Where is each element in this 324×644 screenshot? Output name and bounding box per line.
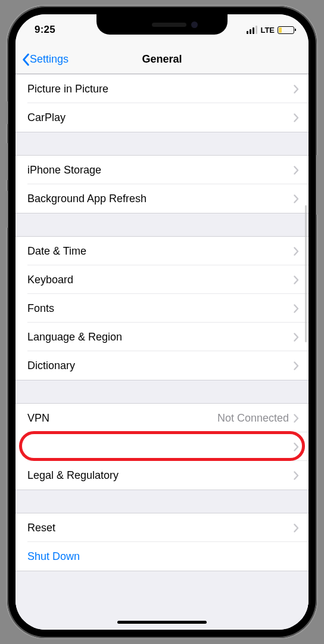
home-indicator[interactable] [117, 621, 207, 624]
settings-row[interactable]: Language & Region [15, 323, 309, 351]
settings-group: Picture in PictureCarPlay [15, 74, 309, 132]
row-label: Fonts [27, 302, 294, 315]
chevron-right-icon [294, 361, 299, 370]
row-label: CarPlay [27, 112, 294, 124]
section-separator [15, 213, 309, 236]
status-time: 9:25 [35, 24, 55, 36]
speaker-icon [152, 23, 186, 27]
cell-signal-icon [247, 26, 258, 34]
settings-row[interactable]: Dictionary [15, 351, 309, 380]
row-label: Keyboard [27, 274, 294, 286]
settings-row[interactable]: Reset [15, 513, 309, 542]
row-label: Picture in Picture [27, 83, 294, 95]
chevron-right-icon [294, 524, 299, 532]
settings-row[interactable]: Fonts [15, 294, 309, 323]
settings-row[interactable]: iPhone Storage [15, 156, 309, 184]
row-label: Date & Time [27, 245, 294, 258]
nav-bar: Settings General [15, 45, 309, 74]
status-icons: LTE [247, 26, 294, 35]
row-label: Shut Down [27, 550, 299, 563]
chevron-right-icon [294, 247, 299, 256]
back-button[interactable]: Settings [15, 53, 72, 66]
settings-row[interactable] [15, 432, 309, 461]
section-separator [15, 132, 309, 155]
silent-switch [5, 101, 8, 124]
settings-row[interactable]: Date & Time [15, 237, 309, 265]
settings-row[interactable]: Picture in Picture [15, 75, 309, 103]
volume-up-button [5, 143, 8, 180]
row-label: Dictionary [27, 360, 294, 372]
network-type: LTE [260, 26, 275, 35]
chevron-right-icon [294, 471, 299, 480]
power-button [316, 155, 319, 215]
chevron-left-icon [21, 53, 30, 66]
bottom-spacer [15, 571, 309, 619]
chevron-right-icon [294, 166, 299, 175]
settings-row[interactable]: Keyboard [15, 265, 309, 294]
section-separator [15, 490, 309, 513]
section-separator [15, 380, 309, 403]
battery-icon [278, 26, 294, 34]
camera-icon [191, 21, 198, 28]
settings-row[interactable]: Shut Down [15, 542, 309, 571]
chevron-right-icon [294, 85, 299, 94]
back-label: Settings [30, 53, 68, 66]
notch [96, 14, 228, 35]
settings-row[interactable]: Background App Refresh [15, 184, 309, 213]
row-label: VPN [27, 412, 217, 425]
chevron-right-icon [294, 304, 299, 313]
scrollbar-thumb[interactable] [305, 205, 307, 342]
volume-down-button [5, 191, 8, 228]
row-label: iPhone Storage [27, 164, 294, 177]
chevron-right-icon [294, 442, 299, 451]
row-label: Legal & Regulatory [27, 469, 294, 482]
chevron-right-icon [294, 414, 299, 423]
settings-group: iPhone StorageBackground App Refresh [15, 155, 309, 213]
row-label: Language & Region [27, 331, 294, 343]
settings-group: ResetShut Down [15, 513, 309, 571]
row-detail: Not Connected [217, 412, 294, 425]
row-label: Reset [27, 522, 294, 534]
chevron-right-icon [294, 194, 299, 203]
settings-group: Date & TimeKeyboardFontsLanguage & Regio… [15, 236, 309, 380]
row-label: Background App Refresh [27, 193, 294, 205]
settings-row[interactable]: CarPlay [15, 103, 309, 132]
content-area[interactable]: Picture in PictureCarPlayiPhone StorageB… [15, 74, 309, 630]
chevron-right-icon [294, 113, 299, 122]
screen: 9:25 LTE Settings General Picture in Pic… [15, 14, 309, 630]
settings-row[interactable]: VPNNot Connected [15, 404, 309, 432]
phone-frame: 9:25 LTE Settings General Picture in Pic… [7, 6, 317, 638]
chevron-right-icon [294, 275, 299, 284]
chevron-right-icon [294, 333, 299, 342]
settings-row[interactable]: Legal & Regulatory [15, 461, 309, 490]
settings-group: VPNNot ConnectedLegal & Regulatory [15, 403, 309, 490]
